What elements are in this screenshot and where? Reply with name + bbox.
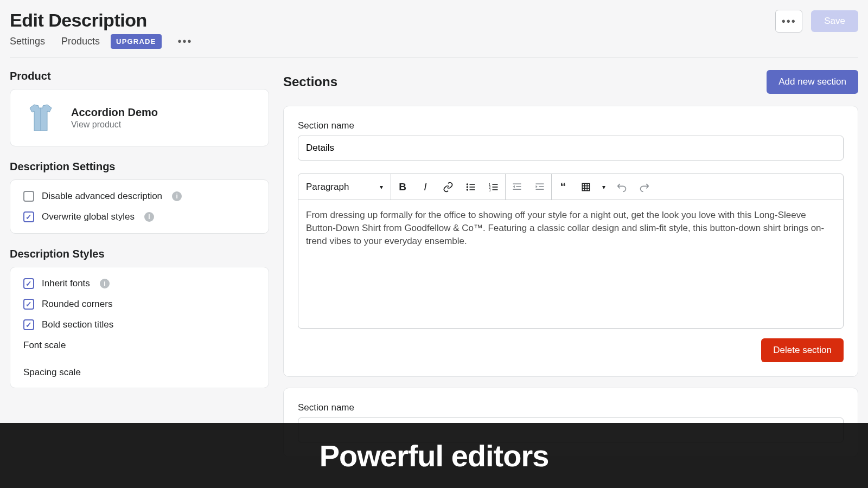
italic-button[interactable]: I	[414, 174, 437, 200]
svg-text:3: 3	[489, 188, 491, 191]
svg-rect-12	[493, 189, 498, 190]
upgrade-badge[interactable]: UPGRADE	[111, 34, 161, 49]
section-name-label: Section name	[298, 120, 844, 131]
section-name-label: Section name	[298, 402, 844, 413]
overlay-text: Powerful editors	[320, 438, 549, 473]
section-name-input[interactable]	[298, 136, 844, 160]
desc-settings-heading: Description Settings	[10, 160, 269, 173]
svg-rect-14	[516, 186, 521, 187]
bold-titles-label: Bold section titles	[42, 319, 113, 330]
section-card: Section name Paragraph ▾ B I	[283, 106, 858, 377]
table-button[interactable]	[575, 174, 597, 200]
table-dropdown-icon[interactable]: ▾	[597, 174, 610, 200]
styles-card: Inherit fonts i Rounded corners Bold sec…	[10, 267, 269, 388]
svg-rect-16	[536, 183, 544, 184]
numbered-list-button[interactable]: 123	[482, 174, 505, 200]
info-icon[interactable]: i	[172, 191, 182, 201]
spacing-scale-label: Spacing scale	[23, 367, 256, 378]
svg-rect-8	[493, 184, 498, 185]
save-button[interactable]: Save	[811, 10, 858, 32]
overwrite-global-label: Overwrite global styles	[42, 211, 135, 222]
nav-settings[interactable]: Settings	[10, 36, 45, 47]
bullet-list-button[interactable]	[459, 174, 482, 200]
format-select[interactable]: Paragraph ▾	[298, 174, 391, 200]
svg-point-3	[467, 186, 468, 188]
outdent-button[interactable]	[506, 174, 528, 200]
inherit-fonts-label: Inherit fonts	[42, 278, 90, 289]
view-product-link[interactable]: View product	[71, 120, 158, 130]
chevron-down-icon: ▾	[380, 183, 383, 191]
svg-rect-19	[582, 183, 590, 191]
svg-rect-4	[470, 187, 475, 188]
indent-button[interactable]	[528, 174, 551, 200]
svg-point-1	[467, 183, 468, 185]
editor-body[interactable]: From dressing up formally for the office…	[298, 200, 843, 328]
sections-heading: Sections	[283, 74, 337, 89]
delete-section-button[interactable]: Delete section	[761, 338, 844, 362]
page-title: Edit Description	[10, 10, 193, 31]
product-heading: Product	[10, 70, 269, 82]
svg-rect-13	[513, 183, 521, 184]
add-section-button[interactable]: Add new section	[767, 70, 858, 94]
svg-rect-15	[513, 189, 521, 190]
disable-advanced-label: Disable advanced description	[42, 191, 162, 202]
desc-settings-card: Disable advanced description i Overwrite…	[10, 179, 269, 234]
svg-rect-2	[470, 184, 475, 185]
svg-rect-6	[470, 189, 475, 190]
info-icon[interactable]: i	[144, 212, 154, 222]
rich-editor: Paragraph ▾ B I	[298, 174, 844, 329]
promo-overlay: Powerful editors	[0, 423, 868, 488]
link-button[interactable]	[437, 174, 459, 200]
product-name: Accordion Demo	[71, 106, 158, 119]
svg-point-5	[467, 189, 468, 190]
actions-menu-button[interactable]: •••	[775, 10, 802, 33]
svg-rect-18	[536, 189, 544, 190]
svg-rect-10	[493, 187, 498, 188]
overwrite-global-checkbox[interactable]	[23, 211, 34, 222]
styles-heading: Description Styles	[10, 248, 269, 260]
nav-products[interactable]: Products	[61, 36, 100, 47]
redo-button[interactable]	[633, 174, 656, 200]
format-value: Paragraph	[306, 182, 349, 192]
bold-button[interactable]: B	[391, 174, 414, 200]
svg-rect-17	[539, 186, 544, 187]
disable-advanced-checkbox[interactable]	[23, 191, 34, 202]
info-icon[interactable]: i	[100, 279, 110, 288]
quote-button[interactable]: “	[552, 174, 575, 200]
rounded-corners-checkbox[interactable]	[23, 299, 34, 310]
undo-button[interactable]	[610, 174, 633, 200]
editor-toolbar: Paragraph ▾ B I	[298, 174, 843, 200]
inherit-fonts-checkbox[interactable]	[23, 278, 34, 289]
bold-titles-checkbox[interactable]	[23, 319, 34, 330]
product-card: Accordion Demo View product	[10, 89, 269, 146]
more-icon[interactable]: •••	[178, 35, 193, 48]
rounded-corners-label: Rounded corners	[42, 299, 112, 310]
product-image	[23, 100, 58, 135]
font-scale-label: Font scale	[23, 340, 256, 351]
